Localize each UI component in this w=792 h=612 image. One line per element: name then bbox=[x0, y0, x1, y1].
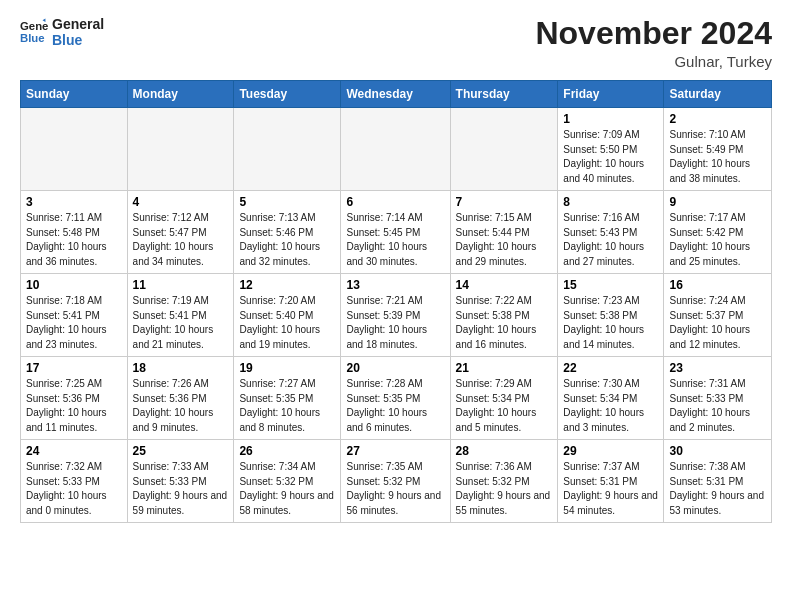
table-row: 6Sunrise: 7:14 AMSunset: 5:45 PMDaylight… bbox=[341, 191, 450, 274]
day-number: 14 bbox=[456, 278, 553, 292]
day-info: Sunrise: 7:09 AMSunset: 5:50 PMDaylight:… bbox=[563, 128, 658, 186]
table-row: 9Sunrise: 7:17 AMSunset: 5:42 PMDaylight… bbox=[664, 191, 772, 274]
day-info: Sunrise: 7:35 AMSunset: 5:32 PMDaylight:… bbox=[346, 460, 444, 518]
day-number: 8 bbox=[563, 195, 658, 209]
day-info: Sunrise: 7:20 AMSunset: 5:40 PMDaylight:… bbox=[239, 294, 335, 352]
table-row: 5Sunrise: 7:13 AMSunset: 5:46 PMDaylight… bbox=[234, 191, 341, 274]
col-header-monday: Monday bbox=[127, 81, 234, 108]
table-row bbox=[450, 108, 558, 191]
table-row: 30Sunrise: 7:38 AMSunset: 5:31 PMDayligh… bbox=[664, 440, 772, 523]
day-info: Sunrise: 7:21 AMSunset: 5:39 PMDaylight:… bbox=[346, 294, 444, 352]
day-info: Sunrise: 7:12 AMSunset: 5:47 PMDaylight:… bbox=[133, 211, 229, 269]
week-row-3: 10Sunrise: 7:18 AMSunset: 5:41 PMDayligh… bbox=[21, 274, 772, 357]
day-info: Sunrise: 7:28 AMSunset: 5:35 PMDaylight:… bbox=[346, 377, 444, 435]
week-row-2: 3Sunrise: 7:11 AMSunset: 5:48 PMDaylight… bbox=[21, 191, 772, 274]
day-number: 12 bbox=[239, 278, 335, 292]
day-number: 16 bbox=[669, 278, 766, 292]
logo-line2: Blue bbox=[52, 32, 104, 48]
table-row: 19Sunrise: 7:27 AMSunset: 5:35 PMDayligh… bbox=[234, 357, 341, 440]
day-number: 4 bbox=[133, 195, 229, 209]
day-number: 22 bbox=[563, 361, 658, 375]
day-number: 5 bbox=[239, 195, 335, 209]
table-row bbox=[234, 108, 341, 191]
day-number: 27 bbox=[346, 444, 444, 458]
table-row: 21Sunrise: 7:29 AMSunset: 5:34 PMDayligh… bbox=[450, 357, 558, 440]
table-row bbox=[127, 108, 234, 191]
col-header-sunday: Sunday bbox=[21, 81, 128, 108]
day-number: 3 bbox=[26, 195, 122, 209]
day-number: 23 bbox=[669, 361, 766, 375]
col-header-tuesday: Tuesday bbox=[234, 81, 341, 108]
table-row: 22Sunrise: 7:30 AMSunset: 5:34 PMDayligh… bbox=[558, 357, 664, 440]
day-number: 25 bbox=[133, 444, 229, 458]
table-row: 12Sunrise: 7:20 AMSunset: 5:40 PMDayligh… bbox=[234, 274, 341, 357]
day-info: Sunrise: 7:32 AMSunset: 5:33 PMDaylight:… bbox=[26, 460, 122, 518]
day-number: 13 bbox=[346, 278, 444, 292]
week-row-4: 17Sunrise: 7:25 AMSunset: 5:36 PMDayligh… bbox=[21, 357, 772, 440]
day-info: Sunrise: 7:31 AMSunset: 5:33 PMDaylight:… bbox=[669, 377, 766, 435]
day-number: 6 bbox=[346, 195, 444, 209]
day-number: 24 bbox=[26, 444, 122, 458]
col-header-wednesday: Wednesday bbox=[341, 81, 450, 108]
table-row: 26Sunrise: 7:34 AMSunset: 5:32 PMDayligh… bbox=[234, 440, 341, 523]
col-header-saturday: Saturday bbox=[664, 81, 772, 108]
table-row: 15Sunrise: 7:23 AMSunset: 5:38 PMDayligh… bbox=[558, 274, 664, 357]
day-number: 11 bbox=[133, 278, 229, 292]
svg-text:General: General bbox=[20, 20, 48, 32]
day-number: 29 bbox=[563, 444, 658, 458]
month-title: November 2024 bbox=[535, 16, 772, 51]
table-row: 20Sunrise: 7:28 AMSunset: 5:35 PMDayligh… bbox=[341, 357, 450, 440]
table-row: 23Sunrise: 7:31 AMSunset: 5:33 PMDayligh… bbox=[664, 357, 772, 440]
table-row: 13Sunrise: 7:21 AMSunset: 5:39 PMDayligh… bbox=[341, 274, 450, 357]
table-row: 16Sunrise: 7:24 AMSunset: 5:37 PMDayligh… bbox=[664, 274, 772, 357]
day-info: Sunrise: 7:27 AMSunset: 5:35 PMDaylight:… bbox=[239, 377, 335, 435]
table-row: 25Sunrise: 7:33 AMSunset: 5:33 PMDayligh… bbox=[127, 440, 234, 523]
logo-icon: General Blue bbox=[20, 18, 48, 46]
table-row bbox=[341, 108, 450, 191]
day-info: Sunrise: 7:16 AMSunset: 5:43 PMDaylight:… bbox=[563, 211, 658, 269]
table-row: 8Sunrise: 7:16 AMSunset: 5:43 PMDaylight… bbox=[558, 191, 664, 274]
day-number: 21 bbox=[456, 361, 553, 375]
table-row: 27Sunrise: 7:35 AMSunset: 5:32 PMDayligh… bbox=[341, 440, 450, 523]
title-block: November 2024 Gulnar, Turkey bbox=[535, 16, 772, 70]
logo-line1: General bbox=[52, 16, 104, 32]
day-number: 10 bbox=[26, 278, 122, 292]
day-info: Sunrise: 7:29 AMSunset: 5:34 PMDaylight:… bbox=[456, 377, 553, 435]
calendar-table: SundayMondayTuesdayWednesdayThursdayFrid… bbox=[20, 80, 772, 523]
header: General Blue General Blue November 2024 … bbox=[20, 16, 772, 70]
day-number: 30 bbox=[669, 444, 766, 458]
table-row: 28Sunrise: 7:36 AMSunset: 5:32 PMDayligh… bbox=[450, 440, 558, 523]
day-info: Sunrise: 7:33 AMSunset: 5:33 PMDaylight:… bbox=[133, 460, 229, 518]
day-info: Sunrise: 7:38 AMSunset: 5:31 PMDaylight:… bbox=[669, 460, 766, 518]
day-number: 2 bbox=[669, 112, 766, 126]
svg-text:Blue: Blue bbox=[20, 32, 45, 44]
day-info: Sunrise: 7:18 AMSunset: 5:41 PMDaylight:… bbox=[26, 294, 122, 352]
day-info: Sunrise: 7:17 AMSunset: 5:42 PMDaylight:… bbox=[669, 211, 766, 269]
location: Gulnar, Turkey bbox=[535, 53, 772, 70]
day-info: Sunrise: 7:10 AMSunset: 5:49 PMDaylight:… bbox=[669, 128, 766, 186]
week-row-5: 24Sunrise: 7:32 AMSunset: 5:33 PMDayligh… bbox=[21, 440, 772, 523]
table-row: 2Sunrise: 7:10 AMSunset: 5:49 PMDaylight… bbox=[664, 108, 772, 191]
day-info: Sunrise: 7:14 AMSunset: 5:45 PMDaylight:… bbox=[346, 211, 444, 269]
table-row: 7Sunrise: 7:15 AMSunset: 5:44 PMDaylight… bbox=[450, 191, 558, 274]
day-number: 17 bbox=[26, 361, 122, 375]
col-header-thursday: Thursday bbox=[450, 81, 558, 108]
day-number: 19 bbox=[239, 361, 335, 375]
day-info: Sunrise: 7:30 AMSunset: 5:34 PMDaylight:… bbox=[563, 377, 658, 435]
table-row: 24Sunrise: 7:32 AMSunset: 5:33 PMDayligh… bbox=[21, 440, 128, 523]
col-header-friday: Friday bbox=[558, 81, 664, 108]
day-number: 7 bbox=[456, 195, 553, 209]
logo: General Blue General Blue bbox=[20, 16, 104, 48]
table-row: 10Sunrise: 7:18 AMSunset: 5:41 PMDayligh… bbox=[21, 274, 128, 357]
day-info: Sunrise: 7:25 AMSunset: 5:36 PMDaylight:… bbox=[26, 377, 122, 435]
day-number: 9 bbox=[669, 195, 766, 209]
table-row: 3Sunrise: 7:11 AMSunset: 5:48 PMDaylight… bbox=[21, 191, 128, 274]
table-row: 17Sunrise: 7:25 AMSunset: 5:36 PMDayligh… bbox=[21, 357, 128, 440]
table-row: 11Sunrise: 7:19 AMSunset: 5:41 PMDayligh… bbox=[127, 274, 234, 357]
page: General Blue General Blue November 2024 … bbox=[0, 0, 792, 539]
day-number: 28 bbox=[456, 444, 553, 458]
day-number: 15 bbox=[563, 278, 658, 292]
calendar-header-row: SundayMondayTuesdayWednesdayThursdayFrid… bbox=[21, 81, 772, 108]
day-info: Sunrise: 7:13 AMSunset: 5:46 PMDaylight:… bbox=[239, 211, 335, 269]
table-row: 1Sunrise: 7:09 AMSunset: 5:50 PMDaylight… bbox=[558, 108, 664, 191]
